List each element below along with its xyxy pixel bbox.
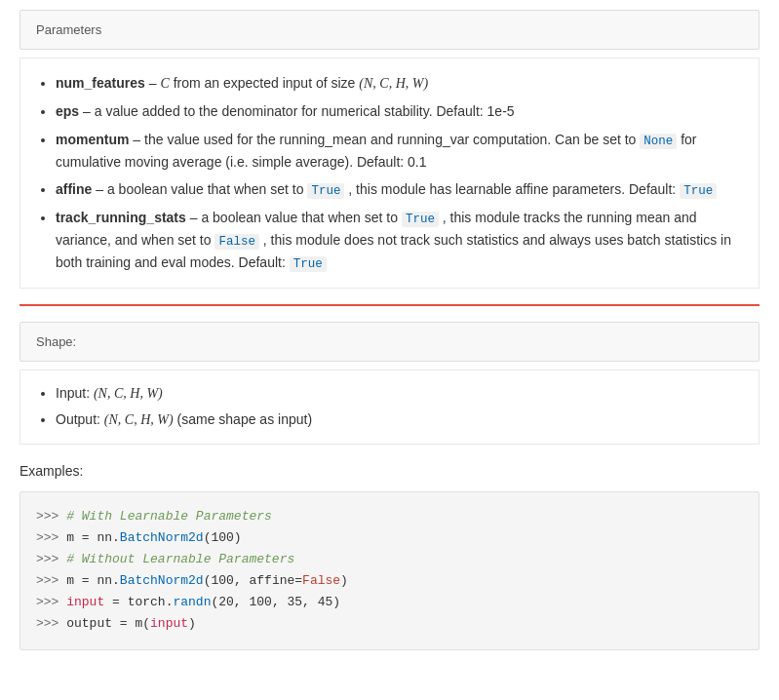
param-name-affine: affine [56,181,92,197]
code-comma: , affine= [234,573,302,588]
code-assign1: = torch. [104,595,173,609]
param-name-num-features: num_features [56,75,145,91]
code-prompt-6: >>> [36,616,66,631]
shape-title: Shape: [36,331,76,353]
code-input-var: input [66,595,104,609]
code-line-2: >>> m = nn.BatchNorm2d(100) [36,527,743,549]
code-comment-2: # Without Learnable Parameters [66,552,294,566]
param-name-eps: eps [56,103,79,119]
code-var-m1: m = nn. [66,530,120,545]
param-num-features: num_features – C from an expected input … [56,72,751,95]
code-prompt-3: >>> [36,552,66,566]
param-dash-2: – [83,103,95,119]
code-output-var: output = m( [66,616,150,631]
code-input-ref: input [150,616,188,631]
param-dash-5: – [190,210,202,225]
code-line-1: >>> # With Learnable Parameters [36,506,743,527]
param-math-NCHW-1: (N, C, H, W) [359,76,428,91]
parameters-section-header: Parameters [19,10,760,50]
shape-input-label: Input: [56,385,94,401]
param-dash-1: – [149,75,161,91]
param-text-affine-2: , this module has learnable affine param… [348,181,680,197]
code-args1: (100) [204,530,242,545]
code-paren2: ) [340,573,348,588]
param-text-momentum-1: the value used for the running_mean and … [144,132,640,147]
param-code-true-trs: True [402,212,439,227]
red-separator [19,304,760,306]
code-line-5: >>> input = torch.randn(20, 100, 35, 45) [36,592,743,613]
code-block: >>> # With Learnable Parameters >>> m = … [19,491,760,650]
param-text-eps: a value added to the denominator for num… [95,103,515,119]
shape-section-header: Shape: [19,322,760,362]
code-randn: randn [173,595,211,609]
parameters-list: num_features – C from an expected input … [19,58,760,289]
code-line-6: >>> output = m(input) [36,613,743,635]
param-dash-4: – [96,181,107,197]
code-prompt-1: >>> [36,509,66,524]
param-affine: affine – a boolean value that when set t… [56,178,751,201]
code-prompt-2: >>> [36,530,66,545]
shape-input-math: (N, C, H, W) [94,386,163,401]
param-momentum: momentum – the value used for the runnin… [56,129,751,173]
shape-output-math: (N, C, H, W) [104,412,174,427]
param-code-false-trs: False [214,234,259,250]
examples-title: Examples: [19,463,83,479]
page-wrapper: Parameters num_features – C from an expe… [0,0,779,670]
code-batchnorm1: BatchNorm2d [120,530,204,545]
param-dash-3: – [133,132,144,147]
param-math-C: C [160,76,169,91]
code-line-4: >>> m = nn.BatchNorm2d(100, affine=False… [36,570,743,592]
code-var-m2: m = nn. [66,573,120,588]
param-code-none: None [640,134,677,149]
code-line-3: >>> # Without Learnable Parameters [36,549,743,570]
code-num-100: 100 [211,573,233,588]
parameters-title: Parameters [36,19,101,41]
examples-section: Examples: >>> # With Learnable Parameter… [19,460,760,650]
param-code-true-trs-default: True [290,256,327,272]
code-args3: (20, 100, 35, 45) [211,595,340,609]
code-batchnorm2: BatchNorm2d [120,573,204,588]
code-comment-1: # With Learnable Parameters [66,509,272,524]
shape-input: Input: (N, C, H, W) [56,382,751,405]
code-prompt-5: >>> [36,595,66,609]
code-false-affine: False [302,573,340,588]
param-name-momentum: momentum [56,132,129,147]
param-code-true-affine: True [307,183,344,199]
param-eps: eps – a value added to the denominator f… [56,100,751,122]
code-close-paren: ) [188,616,196,631]
param-track-running-stats: track_running_stats – a boolean value th… [56,207,751,274]
param-name-track-running-stats: track_running_stats [56,210,186,225]
shape-output-extra: (same shape as input) [177,411,313,427]
param-code-true-affine-default: True [680,183,717,199]
shape-output: Output: (N, C, H, W) (same shape as inpu… [56,408,751,431]
param-text-1: from an expected input of size [174,75,360,91]
param-text-affine-1: a boolean value that when set to [107,181,307,197]
shape-output-label: Output: [56,411,104,427]
code-prompt-4: >>> [36,573,66,588]
shape-list: Input: (N, C, H, W) Output: (N, C, H, W)… [19,369,760,445]
param-text-trs-1: a boolean value that when set to [201,210,401,225]
